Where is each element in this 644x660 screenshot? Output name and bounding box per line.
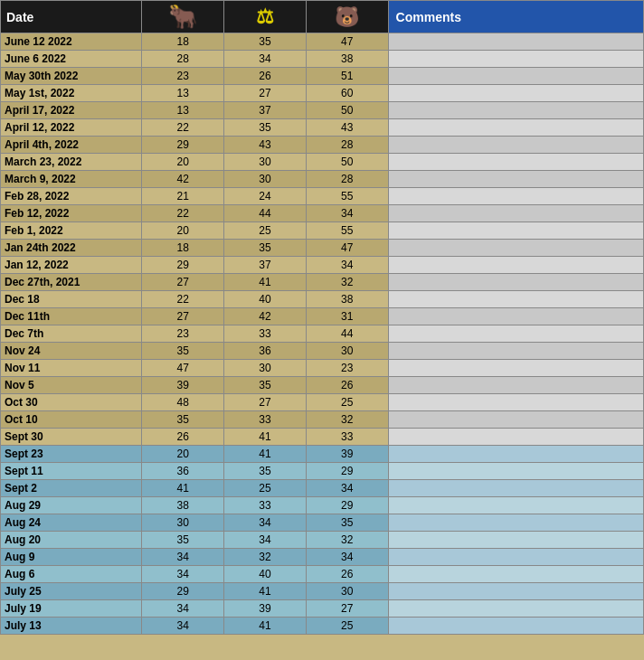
scale-value: 44	[224, 205, 307, 222]
scale-value: 35	[224, 119, 307, 137]
comments-cell	[388, 343, 643, 360]
table-row: Nov 11 47 30 23	[1, 360, 644, 377]
table-row: Oct 30 48 27 25	[1, 394, 644, 411]
date-cell: Feb 1, 2022	[1, 222, 142, 240]
date-cell: Aug 20	[1, 532, 142, 549]
scale-value: 27	[224, 85, 307, 102]
table-body: June 12 2022 18 35 47 June 6 2022 28 34 …	[1, 33, 644, 635]
comments-cell	[388, 549, 643, 566]
comments-cell	[388, 360, 643, 377]
scale-value: 41	[224, 583, 307, 600]
comments-cell	[388, 171, 643, 188]
scale-value: 26	[224, 68, 307, 85]
comments-cell	[388, 429, 643, 446]
comments-cell	[388, 205, 643, 222]
bear-value: 34	[306, 480, 388, 497]
comments-cell	[388, 240, 643, 257]
comments-cell	[388, 600, 643, 618]
table-row: Sept 2 41 25 34	[1, 480, 644, 497]
scale-value: 39	[224, 600, 307, 618]
bull-value: 39	[142, 377, 224, 394]
bull-value: 30	[142, 514, 224, 532]
date-cell: Oct 10	[1, 411, 142, 429]
scale-icon: ⚖	[256, 5, 274, 28]
bull-value: 48	[142, 394, 224, 411]
scale-value: 41	[224, 446, 307, 463]
comments-cell	[388, 291, 643, 308]
comments-cell	[388, 532, 643, 549]
table-row: March 9, 2022 42 30 28	[1, 171, 644, 188]
bull-value: 22	[142, 291, 224, 308]
table-row: Feb 12, 2022 22 44 34	[1, 205, 644, 222]
bull-value: 13	[142, 102, 224, 119]
comments-cell	[388, 85, 643, 102]
table-row: July 19 34 39 27	[1, 600, 644, 618]
scale-value: 40	[224, 291, 307, 308]
table-row: March 23, 2022 20 30 50	[1, 154, 644, 171]
scale-value: 37	[224, 257, 307, 274]
scale-value: 35	[224, 377, 307, 394]
comments-cell	[388, 188, 643, 205]
scale-value: 34	[224, 532, 307, 549]
scale-value: 24	[224, 188, 307, 205]
comments-cell	[388, 583, 643, 600]
table-row: Dec 11th 27 42 31	[1, 308, 644, 325]
table-row: Oct 10 35 33 32	[1, 411, 644, 429]
scale-value: 33	[224, 325, 307, 343]
table-row: April 12, 2022 22 35 43	[1, 119, 644, 137]
scale-value: 42	[224, 308, 307, 325]
bull-value: 47	[142, 360, 224, 377]
bull-value: 27	[142, 274, 224, 291]
bull-value: 34	[142, 549, 224, 566]
scale-value: 30	[224, 360, 307, 377]
bear-value: 50	[306, 102, 388, 119]
comments-cell	[388, 222, 643, 240]
comments-cell	[388, 33, 643, 51]
bear-value: 25	[306, 394, 388, 411]
bull-value: 34	[142, 566, 224, 583]
table-row: June 12 2022 18 35 47	[1, 33, 644, 51]
date-cell: Nov 11	[1, 360, 142, 377]
bear-value: 55	[306, 188, 388, 205]
bear-value: 26	[306, 377, 388, 394]
scale-column-header: ⚖	[224, 1, 307, 33]
scale-value: 35	[224, 240, 307, 257]
bear-value: 47	[306, 33, 388, 51]
bull-value: 18	[142, 33, 224, 51]
date-cell: July 13	[1, 618, 142, 635]
comments-cell	[388, 480, 643, 497]
bear-value: 25	[306, 618, 388, 635]
bull-value: 28	[142, 51, 224, 68]
date-cell: March 23, 2022	[1, 154, 142, 171]
bear-value: 32	[306, 411, 388, 429]
bull-value: 34	[142, 618, 224, 635]
date-cell: Sept 2	[1, 480, 142, 497]
scale-value: 43	[224, 137, 307, 154]
date-cell: April 12, 2022	[1, 119, 142, 137]
bear-value: 44	[306, 325, 388, 343]
bull-value: 35	[142, 343, 224, 360]
date-cell: Aug 9	[1, 549, 142, 566]
bull-value: 13	[142, 85, 224, 102]
scale-value: 25	[224, 480, 307, 497]
table-row: May 1st, 2022 13 27 60	[1, 85, 644, 102]
bear-value: 60	[306, 85, 388, 102]
scale-value: 27	[224, 394, 307, 411]
date-cell: July 19	[1, 600, 142, 618]
bear-value: 35	[306, 514, 388, 532]
table-row: Dec 27th, 2021 27 41 32	[1, 274, 644, 291]
comments-cell	[388, 411, 643, 429]
bull-value: 20	[142, 446, 224, 463]
table-row: Sept 30 26 41 33	[1, 429, 644, 446]
table-row: Jan 24th 2022 18 35 47	[1, 240, 644, 257]
comments-cell	[388, 514, 643, 532]
date-cell: Sept 23	[1, 446, 142, 463]
bull-icon: 🐂	[168, 3, 197, 30]
table-row: Aug 24 30 34 35	[1, 514, 644, 532]
bear-value: 38	[306, 291, 388, 308]
bull-value: 36	[142, 463, 224, 480]
scale-value: 35	[224, 463, 307, 480]
table-row: Sept 11 36 35 29	[1, 463, 644, 480]
scale-value: 25	[224, 222, 307, 240]
scale-value: 32	[224, 549, 307, 566]
